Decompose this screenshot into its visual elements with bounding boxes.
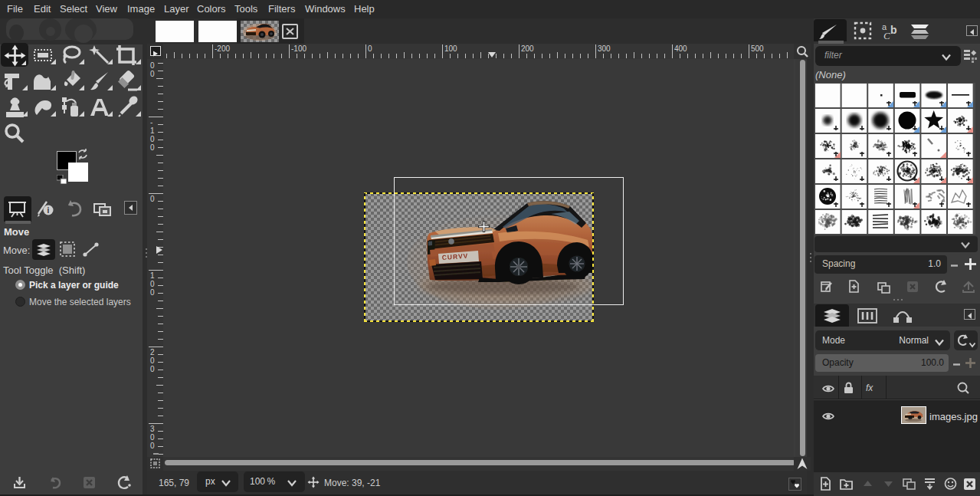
svg-text:C: C — [883, 30, 890, 41]
svg-text:i: i — [48, 206, 50, 215]
svg-text:b: b — [890, 24, 897, 36]
